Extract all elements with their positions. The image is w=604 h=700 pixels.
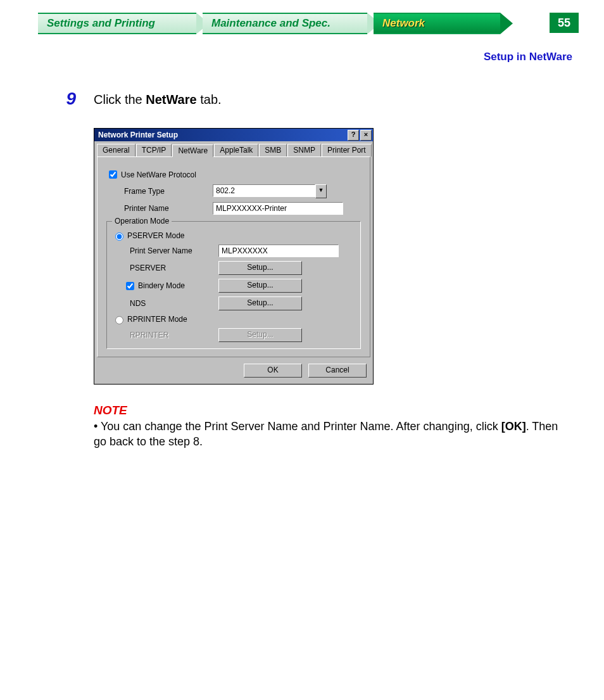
pserver-mode-label: PSERVER Mode [127, 231, 185, 240]
tab-appletalk[interactable]: AppleTalk [214, 144, 258, 156]
frame-type-combo[interactable]: 802.2 ▼ [213, 184, 327, 198]
section-heading-link[interactable]: Setup in NetWare [0, 51, 572, 63]
step-text: Click the NetWare tab. [94, 89, 222, 109]
tab-snmp[interactable]: SNMP [287, 144, 321, 156]
close-icon[interactable]: × [360, 130, 372, 141]
frame-type-value: 802.2 [213, 184, 315, 197]
dialog-titlebar: Network Printer Setup ? × [94, 129, 373, 141]
header-tab-network[interactable]: Network [374, 13, 500, 34]
tab-printer-port[interactable]: Printer Port [322, 144, 372, 156]
note-block: NOTE • You can change the Print Server N… [94, 404, 566, 450]
ok-button[interactable]: OK [244, 364, 302, 378]
bindery-mode-checkbox[interactable] [126, 282, 134, 290]
help-icon[interactable]: ? [348, 130, 359, 141]
pserver-setup-button[interactable]: Setup... [218, 261, 302, 275]
rprinter-setup-button: Setup... [218, 328, 302, 342]
print-server-name-label: Print Server Name [112, 246, 218, 255]
print-server-name-field[interactable]: MLPXXXXXX [218, 245, 339, 257]
bindery-mode-label: Bindery Mode [138, 281, 185, 290]
page-number: 55 [550, 13, 579, 33]
step-suffix: tab. [197, 92, 222, 106]
note-prefix: • You can change the Print Server Name a… [94, 420, 501, 433]
cancel-button[interactable]: Cancel [308, 364, 367, 378]
tab-tcpip[interactable]: TCP/IP [136, 144, 172, 156]
rprinter-mode-label: RPRINTER Mode [127, 315, 187, 324]
tab-netware[interactable]: NetWare [172, 144, 213, 157]
tab-general[interactable]: General [97, 144, 135, 156]
nds-label: NDS [112, 299, 218, 308]
bindery-setup-button[interactable]: Setup... [218, 279, 302, 293]
operation-mode-label: Operation Mode [112, 217, 172, 226]
dialog-title: Network Printer Setup [98, 130, 178, 139]
doc-header-tabs: Settings and Printing Maintenance and Sp… [38, 13, 579, 38]
header-tab-settings[interactable]: Settings and Printing [38, 13, 196, 34]
rprinter-mode-radio[interactable] [115, 316, 123, 324]
pserver-mode-radio[interactable] [115, 232, 123, 241]
operation-mode-group: Operation Mode PSERVER Mode Print Server… [106, 221, 361, 349]
printer-name-field[interactable]: MLPXXXXXX-Printer [213, 202, 343, 215]
tab-smb[interactable]: SMB [259, 144, 287, 156]
network-printer-setup-dialog: Network Printer Setup ? × General TCP/IP… [94, 128, 374, 385]
pserver-row-label: PSERVER [112, 264, 218, 272]
header-tab-maintenance[interactable]: Maintenance and Spec. [203, 13, 367, 34]
step-row: 9 Click the NetWare tab. [57, 89, 566, 109]
rprinter-row-label: RPRINTER [112, 331, 218, 340]
note-bold: [OK] [501, 420, 526, 433]
step-number: 9 [57, 89, 76, 109]
note-body: • You can change the Print Server Name a… [94, 419, 566, 450]
dialog-tabstrip: General TCP/IP NetWare AppleTalk SMB SNM… [94, 141, 373, 156]
step-bold: NetWare [146, 92, 196, 106]
printer-name-label: Printer Name [106, 204, 213, 213]
note-label: NOTE [94, 404, 566, 417]
nds-setup-button[interactable]: Setup... [218, 296, 302, 310]
use-netware-label: Use NetWare Protocol [121, 170, 196, 179]
use-netware-checkbox[interactable] [109, 170, 117, 179]
netware-panel: Use NetWare Protocol Frame Type 802.2 ▼ … [97, 156, 370, 357]
frame-type-label: Frame Type [106, 187, 213, 196]
step-prefix: Click the [94, 92, 146, 106]
chevron-down-icon[interactable]: ▼ [315, 184, 327, 198]
